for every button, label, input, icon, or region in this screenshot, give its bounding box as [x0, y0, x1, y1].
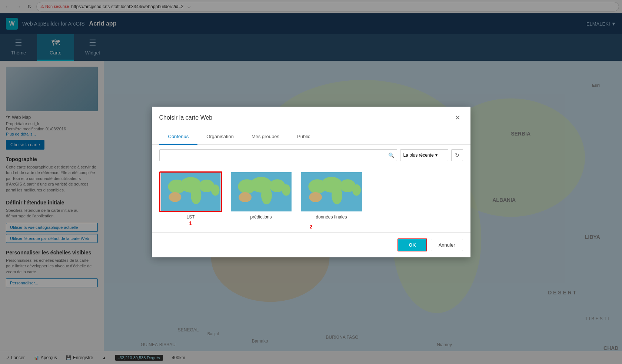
map-card-lst[interactable]: LST 1: [159, 171, 222, 226]
footer-badge: 2: [310, 224, 313, 230]
svg-point-32: [239, 192, 252, 202]
svg-point-26: [211, 184, 219, 196]
map-card-donnees-finales[interactable]: données finales: [300, 171, 363, 226]
modal-tabs: Contenus Organisation Mes groupes Public: [152, 129, 470, 145]
tab-mes-groupes[interactable]: Mes groupes: [243, 129, 288, 145]
sort-label: La plus récente: [403, 153, 434, 158]
map-thumb-donnees-finales: [300, 171, 363, 212]
map-thumb-predictions: [230, 171, 293, 212]
svg-point-24: [191, 187, 201, 204]
svg-point-38: [332, 187, 342, 204]
svg-point-40: [352, 184, 360, 196]
map-card-label-donnees-finales: données finales: [316, 214, 347, 220]
tab-contenus[interactable]: Contenus: [159, 129, 198, 145]
refresh-button[interactable]: ↻: [451, 149, 463, 161]
tab-public[interactable]: Public: [288, 129, 319, 145]
svg-point-31: [261, 187, 272, 204]
ok-button[interactable]: OK: [398, 238, 427, 251]
map-thumb-lst: [159, 171, 222, 212]
svg-point-39: [309, 192, 322, 202]
modal-close-button[interactable]: ✕: [453, 113, 463, 123]
map-world-svg-donnees: [301, 172, 362, 211]
modal-footer: 2 OK Annuler: [152, 232, 470, 257]
selection-badge-lst: 1: [189, 220, 192, 226]
cancel-button[interactable]: Annuler: [431, 239, 463, 251]
modal-toolbar: 🔍 La plus récente ▾ ↻: [152, 145, 470, 166]
modal-title: Choisir la carte Web: [159, 114, 213, 121]
sort-chevron: ▾: [435, 153, 438, 158]
svg-point-25: [169, 192, 181, 202]
map-card-label-lst: LST: [186, 214, 194, 220]
sort-dropdown[interactable]: La plus récente ▾: [400, 149, 448, 161]
tab-organisation[interactable]: Organisation: [197, 129, 243, 145]
map-world-svg-predictions: [230, 172, 292, 211]
map-grid: LST 1: [159, 171, 463, 226]
search-box[interactable]: 🔍: [159, 149, 397, 161]
modal-overlay: Choisir la carte Web ✕ Contenus Organisa…: [0, 0, 622, 364]
search-input[interactable]: [163, 153, 386, 158]
map-world-svg-lst: [160, 173, 221, 211]
choose-map-modal: Choisir la carte Web ✕ Contenus Organisa…: [152, 107, 470, 257]
search-button[interactable]: 🔍: [388, 153, 395, 158]
modal-header: Choisir la carte Web ✕: [152, 107, 470, 129]
svg-point-33: [282, 184, 290, 196]
map-card-label-predictions: prédictions: [250, 214, 272, 220]
map-card-predictions[interactable]: prédictions: [230, 171, 293, 226]
modal-content: LST 1: [152, 166, 470, 232]
